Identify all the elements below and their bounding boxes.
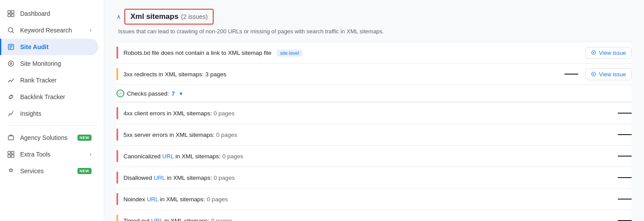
keyword-research-chevron: ›: [90, 27, 91, 33]
sidebar-item-keyword-research[interactable]: Keyword Research ›: [0, 22, 99, 39]
checks-passed-count: 7: [172, 90, 175, 97]
view-issue-label-robots: View issue: [599, 50, 626, 56]
view-issue-button-3xx[interactable]: View issue: [585, 68, 632, 80]
noindex-url-link[interactable]: URL: [147, 196, 158, 203]
sidebar-item-rank-tracker[interactable]: Rank Tracker: [0, 72, 99, 89]
table-row: Canonicalized URL in XML sitemaps: 0 pag…: [116, 146, 632, 167]
severity-bar-orange-timeout: [116, 214, 118, 221]
sidebar-item-backlink-tracker[interactable]: Backlink Tracker: [0, 89, 99, 105]
table-row: Disallowed URL in XML sitemaps: 0 pages: [116, 167, 632, 189]
svg-rect-3: [11, 14, 14, 17]
severity-bar-red: [116, 107, 118, 119]
dash-line: [618, 156, 632, 157]
canon-url-link[interactable]: URL: [162, 153, 174, 160]
dash-icon-5xx: [611, 134, 632, 135]
dashboard-icon: [7, 10, 15, 18]
rank-tracker-icon: [7, 76, 15, 84]
main-content: ∧ Xml sitemaps (2 issues) Issues that ca…: [104, 0, 644, 221]
dash-line: [618, 199, 632, 200]
issue-text-timeout: Timed out URL in XML sitemaps: 0 pages: [123, 217, 604, 221]
svg-rect-2: [8, 14, 11, 17]
svg-rect-11: [8, 155, 11, 157]
checks-passed-label: Checks passed:: [127, 90, 169, 97]
robots-txt-label: Robots.txt file does not contain a link …: [123, 50, 271, 56]
issue-text-5xx: 5xx server errors in XML sitemaps: 0 pag…: [123, 132, 604, 138]
3xx-prefix: 3xx redirects in XML sitemaps:: [123, 71, 205, 78]
checks-passed-row[interactable]: ✓ Checks passed: 7 ▾: [116, 85, 632, 102]
issue-text-disallow: Disallowed URL in XML sitemaps: 0 pages: [123, 175, 604, 181]
site-monitoring-icon: [7, 60, 15, 68]
keyword-research-label: Keyword Research: [20, 27, 84, 34]
extra-tools-icon: [7, 150, 15, 158]
sidebar: Dashboard Keyword Research › Site Audit …: [0, 0, 104, 221]
agency-solutions-label: Agency Solutions: [20, 134, 72, 141]
issue-text-noindex: Noindex URL in XML sitemaps: 0 pages: [123, 196, 604, 203]
services-badge: NEW: [77, 168, 92, 174]
dash-icon-4xx: [611, 113, 632, 114]
table-row: 3xx redirects in XML sitemaps: 3 pages V…: [116, 64, 632, 85]
sidebar-divider: [7, 125, 97, 126]
dash-icon-3xx: [557, 74, 578, 75]
issues-count: (2 issues): [181, 13, 208, 20]
severity-bar-red: [116, 46, 118, 59]
dash-icon-noindex: [611, 199, 632, 200]
view-issue-button-robots[interactable]: View issue: [585, 47, 632, 59]
table-row: 5xx server errors in XML sitemaps: 0 pag…: [116, 124, 632, 146]
svg-rect-10: [11, 151, 14, 154]
rank-tracker-label: Rank Tracker: [20, 77, 91, 84]
backlink-tracker-icon: [7, 93, 15, 101]
site-audit-icon: [7, 43, 15, 51]
issue-text-3xx: 3xx redirects in XML sitemaps: 3 pages: [123, 71, 550, 78]
dash-line: [618, 113, 632, 114]
site-audit-label: Site Audit: [20, 43, 91, 50]
table-row: Timed out URL in XML sitemaps: 0 pages: [116, 210, 632, 221]
insights-label: Insights: [20, 110, 91, 117]
svg-point-7: [10, 63, 12, 64]
extra-tools-label: Extra Tools: [20, 151, 84, 158]
sidebar-item-dashboard[interactable]: Dashboard: [0, 5, 99, 22]
severity-bar-orange: [116, 68, 118, 80]
services-icon: [7, 167, 15, 175]
dashboard-label: Dashboard: [20, 10, 91, 17]
svg-rect-1: [11, 11, 14, 13]
severity-bar-red-noindex: [116, 193, 118, 205]
sidebar-item-agency-solutions[interactable]: Agency Solutions NEW: [0, 129, 99, 146]
collapse-icon[interactable]: ∧: [116, 13, 121, 20]
section-title-box[interactable]: Xml sitemaps (2 issues): [124, 9, 214, 25]
dash-line: [618, 177, 632, 178]
timeout-url-link[interactable]: URL: [151, 217, 163, 221]
disallow-url-link[interactable]: URL: [154, 175, 165, 181]
3xx-count: 3 pages: [205, 71, 226, 78]
sidebar-item-site-audit[interactable]: Site Audit: [0, 39, 99, 55]
agency-solutions-badge: NEW: [77, 135, 92, 141]
issues-list: Robots.txt file does not contain a link …: [116, 42, 632, 221]
dash-icon-disallow: [611, 177, 632, 178]
view-issue-label-3xx: View issue: [599, 71, 626, 78]
backlink-tracker-label: Backlink Tracker: [20, 93, 91, 100]
svg-point-6: [8, 61, 14, 66]
passed-rows: 4xx client errors in XML sitemaps: 0 pag…: [116, 102, 632, 221]
svg-point-16: [593, 73, 595, 75]
dash-line: [618, 134, 632, 135]
extra-tools-chevron: ›: [90, 151, 91, 157]
dash-icon-canon: [611, 156, 632, 157]
svg-rect-9: [8, 151, 11, 154]
sidebar-item-services[interactable]: Services NEW: [0, 163, 99, 179]
severity-bar-red-5xx: [116, 128, 118, 141]
site-level-badge: site-level: [277, 50, 303, 57]
agency-solutions-icon: [7, 134, 15, 142]
sidebar-item-extra-tools[interactable]: Extra Tools ›: [0, 146, 99, 163]
section-description: Issues that can lead to crawling of non-…: [116, 28, 632, 35]
sidebar-item-insights[interactable]: Insights: [0, 105, 99, 122]
svg-rect-8: [8, 136, 14, 140]
section-title: Xml sitemaps: [130, 12, 179, 21]
issue-text-canon: Canonicalized URL in XML sitemaps: 0 pag…: [123, 153, 604, 160]
section-header: ∧ Xml sitemaps (2 issues): [116, 9, 632, 25]
issue-text-4xx: 4xx client errors in XML sitemaps: 0 pag…: [123, 110, 604, 117]
services-label: Services: [20, 168, 72, 175]
severity-bar-red-disallow: [116, 171, 118, 184]
site-monitoring-label: Site Monitoring: [20, 60, 91, 67]
keyword-research-icon: [7, 26, 15, 34]
sidebar-item-site-monitoring[interactable]: Site Monitoring: [0, 55, 99, 72]
svg-rect-0: [8, 11, 11, 13]
